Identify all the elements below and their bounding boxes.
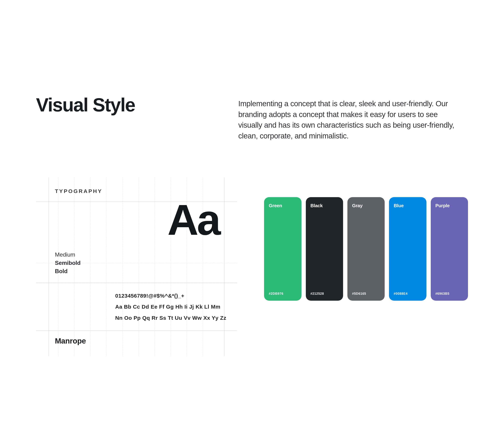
font-name: Manrope [36, 331, 237, 356]
swatch-gray: Gray #5D6165 [347, 197, 385, 301]
swatch-hex: #212528 [311, 292, 324, 296]
font-weights: Medium Semibold Bold [36, 238, 237, 283]
swatch-hex: #6963B5 [436, 292, 449, 296]
swatch-name: Purple [436, 203, 450, 208]
page-title: Visual Style [36, 95, 228, 114]
swatch-black: Black #212528 [306, 197, 343, 301]
swatch-name: Green [269, 203, 282, 208]
swatch-hex: #0088E4 [394, 292, 408, 296]
swatch-name: Blue [394, 203, 404, 208]
weight-medium: Medium [55, 250, 237, 259]
swatch-name: Black [311, 203, 323, 208]
character-set: 0123456789!@#$%^&*()_+ Aa Bb Cc Dd Ee Ff… [36, 283, 237, 331]
swatch-green: Green #2DB976 [264, 197, 301, 301]
type-specimen: Aa [168, 198, 219, 241]
typography-panel: TYPOGRAPHY Aa Medium Semibold Bold 01234… [36, 177, 237, 356]
char-row-numbers: 0123456789!@#$%^&*()_+ [115, 290, 226, 301]
swatch-hex: #2DB976 [269, 292, 283, 296]
char-row-lower: Nn Oo Pp Qq Rr Ss Tt Uu Vv Ww Xx Yy Zz [115, 312, 226, 324]
swatch-purple: Purple #6963B5 [431, 197, 468, 301]
page-description: Implementing a concept that is clear, sl… [238, 98, 454, 141]
swatch-name: Gray [352, 203, 362, 208]
weight-semibold: Semibold [55, 259, 237, 267]
weight-bold: Bold [55, 267, 237, 275]
swatch-hex: #5D6165 [352, 292, 366, 296]
swatch-blue: Blue #0088E4 [389, 197, 426, 301]
char-row-upper: Aa Bb Cc Dd Ee Ff Gg Hh Ii Jj Kk Ll Mm [115, 301, 226, 312]
color-palette: Green #2DB976 Black #212528 Gray #5D6165… [264, 177, 468, 301]
